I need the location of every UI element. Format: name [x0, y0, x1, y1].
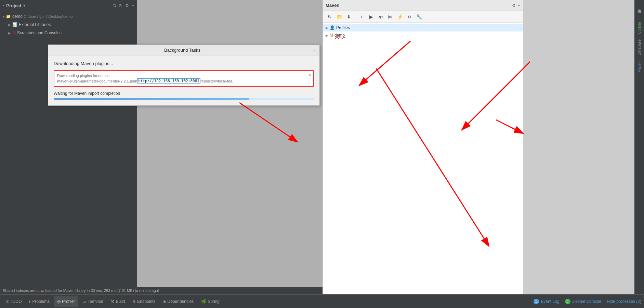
status-tab-dependencies-label: Dependencies [168, 299, 194, 304]
maven-settings-icon[interactable]: ⚙ [512, 3, 516, 8]
right-tab-codota[interactable]: Codota [636, 19, 643, 37]
maven-toolbar-sep1 [355, 14, 355, 20]
progress-bar [54, 98, 314, 100]
build-icon: ⚒ [111, 299, 115, 304]
right-tab-功能手[interactable]: 功能手 [635, 14, 643, 19]
dependencies-icon: ◈ [163, 299, 166, 304]
status-message-bar: Shared indexes are downloaded for Maven … [0, 287, 323, 294]
maven-arrow-profiles: ▶ [326, 26, 328, 30]
hide-processes-link[interactable]: Hide processes (2) [607, 299, 641, 304]
tree-item-external-libs-label: External Libraries [19, 22, 51, 27]
collapse-icon[interactable]: ⇱ [119, 3, 122, 8]
tree-item-external-libs[interactable]: ▶ 📊 External Libraries [0, 21, 137, 29]
maven-demo-icon: M [330, 33, 333, 38]
status-right: 1 Event Log J JRebel Console Hide proces… [534, 299, 641, 304]
tree-item-scratches[interactable]: ▶ ✎ Scratches and Consoles [0, 29, 137, 37]
maven-download-btn[interactable]: ⬇ [345, 13, 353, 21]
maven-lightning-btn[interactable]: ⚡ [396, 13, 404, 21]
project-title: Project [6, 3, 21, 8]
maven-run-btn[interactable]: ▶ [367, 13, 375, 21]
lib-icon: 📊 [12, 22, 17, 27]
status-tab-endpoints[interactable]: ≋ Endpoints [129, 296, 159, 307]
main-content-area [137, 0, 323, 294]
task-header: Downloading Maven plugins... [54, 61, 314, 66]
project-panel: ▪ Project ▾ ⇅ ⇱ ⚙ – ▾ 📁 demo C:\Users\gb… [0, 0, 137, 294]
dialog-minimize-button[interactable]: – [313, 47, 316, 53]
status-tab-profiler-label: Profiler [62, 299, 75, 304]
settings-icon[interactable]: ⚙ [125, 3, 129, 8]
status-tab-spring-label: Spring [208, 299, 220, 304]
right-tab-maven[interactable]: Maven [636, 59, 643, 75]
event-log-section[interactable]: 1 Event Log [534, 299, 560, 304]
tree-arrow-demo: ▾ [3, 15, 4, 18]
maven-merge-btn[interactable]: ⋈ [386, 13, 394, 21]
maven-m-btn[interactable]: m [377, 13, 385, 21]
todo-icon: ≡ [6, 299, 9, 304]
task-item-line1: Downloading plugins for demo... [57, 74, 311, 78]
status-tab-endpoints-label: Endpoints [137, 299, 155, 304]
maven-tree-item-demo-label: demo [334, 33, 345, 38]
status-tab-spring[interactable]: 🌿 Spring [198, 296, 223, 307]
dialog-title: Background Tasks [52, 48, 313, 53]
status-tab-terminal[interactable]: ▭ Terminal [79, 296, 106, 307]
task-item-close-button[interactable]: × [308, 72, 311, 78]
task-detail-suffix: repository/local-tes. [200, 79, 233, 83]
profiler-icon: ◎ [57, 299, 61, 304]
maven-panel: Maven ⚙ – ↻ 📁 ⬇ + ▶ m ⋈ ⚡ ≎ 🔧 ▶ 👤 Profil… [323, 0, 523, 294]
jrebel-section[interactable]: J JRebel Console [565, 299, 602, 304]
maven-header-icons: ⚙ – [512, 3, 520, 8]
waiting-label: Waiting for Maven import completion [54, 91, 314, 96]
right-sidebar-tabs: 功能手 Codota Database Maven [634, 0, 644, 294]
maven-tree-item-demo[interactable]: ▶ M demo [323, 31, 523, 39]
status-message-text: Shared indexes are downloaded for Maven … [3, 288, 159, 293]
maven-title: Maven [326, 3, 510, 8]
status-bar: ≡ TODO ℹ Problems ◎ Profiler ▭ Terminal … [0, 294, 644, 308]
event-log-badge: 1 [534, 299, 539, 304]
maven-profile-icon: 👤 [330, 25, 335, 30]
tree-item-demo[interactable]: ▾ 📁 demo C:\Users\gblfy\Desktop\demo [0, 12, 137, 21]
maven-skip-btn[interactable]: ≎ [405, 13, 413, 21]
status-tab-problems-label: Problems [32, 299, 50, 304]
jrebel-link[interactable]: JRebel Console [573, 299, 602, 304]
jrebel-badge: J [565, 299, 570, 304]
tree-arrow-scratches: ▶ [8, 31, 11, 35]
maven-arrow-demo: ▶ [326, 34, 328, 37]
progress-bar-fill [54, 98, 249, 100]
problems-icon: ℹ [29, 299, 31, 304]
task-url: http://192.168.159.102:8081 [137, 78, 200, 84]
endpoints-icon: ≋ [132, 299, 136, 304]
sort-icon[interactable]: ⇅ [113, 3, 116, 8]
status-tab-build-label: Build [116, 299, 125, 304]
status-tab-problems[interactable]: ℹ Problems [26, 296, 53, 307]
waiting-section: Waiting for Maven import completion [54, 91, 314, 100]
task-detail-prefix: maven-plugin-parameter-documenter-2.2.1.… [57, 79, 137, 83]
maven-header: Maven ⚙ – [323, 0, 523, 11]
status-tab-terminal-label: Terminal [88, 299, 103, 304]
dialog-body: Downloading Maven plugins... × Downloadi… [48, 55, 319, 105]
maven-folder-btn[interactable]: 📁 [335, 13, 343, 21]
maven-tree-item-profiles[interactable]: ▶ 👤 Profiles [323, 24, 523, 31]
status-tabs: ≡ TODO ℹ Problems ◎ Profiler ▭ Terminal … [3, 296, 534, 307]
terminal-icon: ▭ [82, 299, 86, 304]
task-item: × Downloading plugins for demo... maven-… [54, 70, 314, 87]
scratch-icon: ✎ [12, 30, 16, 35]
background-tasks-dialog: Background Tasks – Downloading Maven plu… [48, 44, 320, 106]
maven-toolbar: ↻ 📁 ⬇ + ▶ m ⋈ ⚡ ≎ 🔧 [323, 11, 523, 23]
status-tab-dependencies[interactable]: ◈ Dependencies [160, 296, 197, 307]
maven-add-btn[interactable]: + [357, 13, 366, 21]
status-tab-build[interactable]: ⚒ Build [107, 296, 129, 307]
maven-tree-item-profiles-label: Profiles [336, 25, 350, 30]
dialog-titlebar: Background Tasks – [48, 45, 319, 55]
status-tab-todo[interactable]: ≡ TODO [3, 296, 25, 307]
folder-icon: ▪ [3, 3, 4, 8]
spring-icon: 🌿 [201, 299, 206, 304]
maven-wrench-btn[interactable]: 🔧 [415, 13, 423, 21]
status-tab-profiler[interactable]: ◎ Profiler [54, 296, 78, 307]
maven-refresh-btn[interactable]: ↻ [326, 13, 334, 21]
dropdown-icon[interactable]: ▾ [23, 3, 25, 8]
maven-minimize-icon[interactable]: – [518, 3, 520, 8]
minimize-icon[interactable]: – [132, 3, 134, 8]
event-log-link[interactable]: Event Log [541, 299, 560, 304]
tree-arrow-libs: ▶ [8, 23, 11, 27]
right-tab-database[interactable]: Database [636, 37, 643, 58]
